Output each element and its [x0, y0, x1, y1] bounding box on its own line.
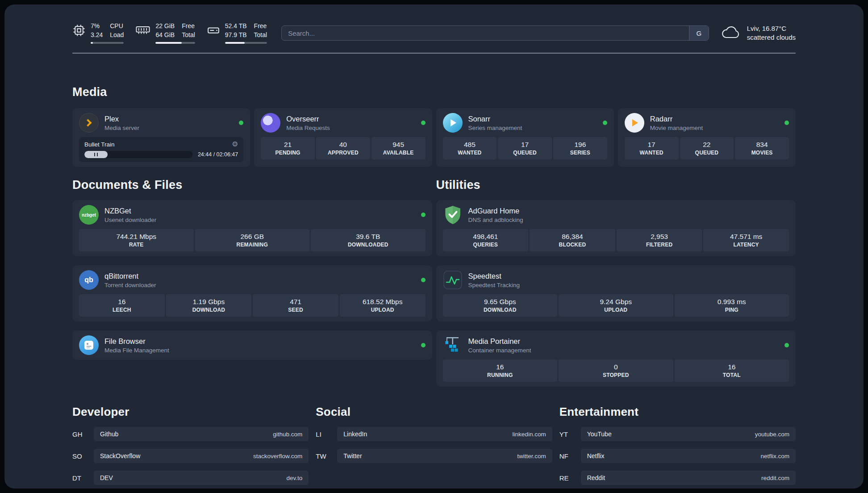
sonarr-icon [443, 113, 463, 133]
status-dot [785, 121, 789, 125]
radarr-card[interactable]: Radarr Movie management 17 WANTED 22 QUE… [618, 108, 796, 167]
stat-value: 16 [676, 363, 788, 371]
link-twitter[interactable]: Twitter twitter.com [337, 449, 552, 463]
app-title: AdGuard Home [468, 207, 523, 215]
link-youtube[interactable]: YouTube youtube.com [581, 427, 796, 441]
adguard-card[interactable]: AdGuard Home DNS and adblocking 498,461 … [436, 200, 796, 256]
stat-tile: 39.6 TB DOWNLOADED [311, 229, 426, 251]
search-engine-button[interactable]: G [689, 26, 709, 40]
stat-tile: 1.19 Gbps DOWNLOAD [166, 294, 252, 317]
stat-label: LEECH [81, 307, 163, 313]
link-url: dev.to [287, 475, 303, 481]
link-name: Reddit [587, 474, 605, 481]
link-abbr: TW [316, 452, 337, 460]
weather-condition: scattered clouds [747, 33, 796, 42]
app-title: Radarr [650, 115, 703, 123]
dashboard: 7% 3.24 CPU Load [4, 4, 864, 489]
stat-value: 744.21 Mbps [81, 232, 192, 241]
pause-button[interactable] [84, 151, 108, 158]
filebrowser-card[interactable]: File Browser Media File Management [72, 330, 432, 360]
stat-tile: 17 QUEUED [498, 137, 552, 159]
app-subtitle: Speedtest Tracking [468, 282, 520, 288]
developer-links-column: Developer GH Github github.com SO StackO… [72, 405, 309, 489]
link-abbr: LI [316, 430, 337, 438]
cpu-icon [72, 24, 86, 37]
sonarr-card[interactable]: Sonarr Series management 485 WANTED 17 Q… [436, 108, 614, 167]
stat-value: 945 [373, 140, 424, 149]
stat-value: 1.19 Gbps [168, 297, 250, 306]
cpu-label: CPU [110, 22, 124, 30]
stat-label: SERIES [555, 150, 605, 156]
stat-value: 39.6 TB [313, 232, 424, 241]
link-abbr: YT [559, 430, 581, 438]
stat-tile: 40 APPROVED [316, 137, 370, 159]
stat-value: 0.993 ms [676, 297, 788, 306]
gear-icon[interactable]: ⚙ [232, 141, 238, 148]
link-stackoverflow[interactable]: StackOverflow stackoverflow.com [94, 449, 309, 463]
link-abbr: NF [559, 452, 581, 460]
stat-label: UPLOAD [560, 307, 672, 313]
plex-card[interactable]: Plex Media server Bullet Train ⚙ [72, 108, 250, 167]
stat-value: 485 [445, 140, 495, 149]
portainer-card[interactable]: Media Portainer Container management 16 … [436, 330, 796, 387]
link-netflix[interactable]: Netflix netflix.com [581, 449, 796, 463]
playback-progress-bar[interactable] [84, 151, 192, 158]
app-subtitle: Usenet downloader [104, 217, 156, 223]
link-reddit[interactable]: Reddit reddit.com [581, 471, 796, 485]
stat-tile: 22 QUEUED [680, 137, 734, 159]
search-input[interactable] [282, 26, 689, 40]
stat-tile: 618.52 Mbps UPLOAD [340, 294, 426, 317]
link-dev[interactable]: DEV dev.to [94, 471, 309, 485]
ram-free-label: Free [182, 22, 195, 30]
stat-tile: 196 SERIES [553, 137, 607, 159]
radarr-icon [625, 113, 644, 133]
cpu-load-label: Load [110, 31, 124, 39]
app-title: NZBGet [104, 207, 156, 215]
speedtest-card[interactable]: Speedtest Speedtest Tracking 9.65 Gbps D… [436, 265, 796, 322]
ram-free-value: 22 GiB [155, 22, 175, 30]
stat-value: 16 [445, 363, 556, 371]
stat-label: SEED [255, 307, 337, 313]
stat-value: 22 [682, 140, 732, 149]
status-dot [421, 278, 426, 282]
qbittorrent-card[interactable]: qb qBittorrent Torrent downloader 16 LEE… [72, 265, 432, 322]
link-linkedin[interactable]: LinkedIn linkedin.com [337, 427, 552, 441]
link-name: Twitter [343, 452, 362, 460]
link-github[interactable]: Github github.com [94, 427, 309, 441]
link-row: LI LinkedIn linkedin.com [316, 427, 552, 441]
overseerr-card[interactable]: Overseerr Media Requests 21 PENDING 40 A… [254, 108, 432, 167]
plex-chevron-icon [84, 119, 92, 127]
stat-value: 471 [255, 297, 337, 306]
stat-tile: 2,953 FILTERED [617, 229, 702, 251]
disk-free-value: 52.4 TB [225, 22, 247, 30]
nzbget-card[interactable]: nzbget NZBGet Usenet downloader 744.21 M… [72, 200, 432, 256]
app-subtitle: Media server [104, 125, 139, 131]
stat-label: MOVIES [737, 150, 787, 156]
status-dot [421, 213, 426, 217]
stat-label: REMAINING [197, 242, 308, 248]
qbittorrent-icon: qb [79, 270, 99, 290]
link-name: DEV [100, 474, 113, 481]
documents-column: Documents & Files nzbget NZBGet Usenet d… [72, 178, 432, 360]
link-name: Github [100, 430, 118, 438]
play-icon [451, 119, 456, 126]
search-bar: G [281, 25, 709, 41]
app-title: Sonarr [468, 115, 522, 123]
stat-value: 196 [555, 140, 605, 149]
link-abbr: RE [559, 474, 581, 482]
stat-label: UPLOAD [342, 307, 424, 313]
link-name: YouTube [587, 430, 612, 438]
stat-value: 9.24 Gbps [560, 297, 672, 306]
status-dot [785, 343, 789, 347]
app-title: Media Portainer [468, 337, 531, 346]
link-name: LinkedIn [343, 430, 367, 438]
stat-tile: 9.24 Gbps UPLOAD [559, 294, 673, 317]
stat-value: 9.65 Gbps [445, 297, 556, 306]
app-subtitle: Media File Management [104, 347, 169, 354]
stat-label: BLOCKED [531, 242, 613, 248]
stat-label: DOWNLOAD [445, 307, 556, 313]
disk-usage-bar [225, 42, 267, 44]
link-row: RE Reddit reddit.com [559, 471, 796, 485]
link-url: youtube.com [755, 431, 789, 438]
app-title: File Browser [104, 337, 169, 346]
